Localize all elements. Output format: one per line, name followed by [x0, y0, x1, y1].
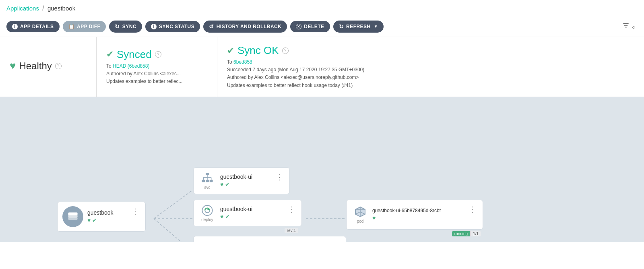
breadcrumb-current-app: guestbook	[47, 5, 75, 12]
synced-message: Updates examples to better reflec...	[106, 79, 182, 84]
svc-type-label: svc	[204, 185, 211, 190]
deploy-node-info: guestbook-ui ♥ ✔	[220, 206, 282, 220]
root-node-badges: ♥ ✔	[87, 217, 126, 223]
root-node-name: guestbook	[87, 209, 126, 216]
syncok-succeeded: Succeeded 7 days ago (Mon Aug 17 2020 19…	[227, 67, 364, 72]
svg-rect-9	[206, 180, 209, 182]
root-node-menu-button[interactable]: ⋮	[130, 206, 140, 217]
root-heart-icon: ♥	[87, 217, 91, 223]
svc-check-icon: ✔	[225, 181, 230, 188]
svc-node-menu-button[interactable]: ⋮	[274, 172, 285, 182]
toolbar: i APP DETAILS 📋 APP DIFF ↻ SYNC i SYNC S…	[0, 16, 644, 37]
svg-line-0	[154, 190, 193, 219]
sync-status-label: SYNC STATUS	[159, 24, 194, 29]
pod-type-label: pod	[357, 219, 364, 223]
pod-node-badges: ♥	[372, 215, 464, 221]
synced-help-icon[interactable]: ?	[155, 51, 161, 58]
pod-node-icon: pod	[351, 204, 369, 225]
delete-label: DELETE	[304, 24, 324, 29]
refresh-button[interactable]: ↻ REFRESH ▼	[333, 21, 384, 33]
svg-rect-10	[210, 180, 213, 182]
synced-status-section: ✔ Synced ? To HEAD (6bed858) Authored by…	[97, 37, 217, 97]
filter-funnel-icon	[202, 241, 211, 242]
root-node-icon	[62, 206, 83, 227]
deploy-rev-tag: rev:1	[285, 228, 298, 233]
root-node-info: guestbook ♥ ✔	[87, 209, 126, 223]
deploy-check-icon: ✔	[225, 213, 230, 220]
pod-heart-icon: ♥	[372, 215, 376, 221]
svc-node-badges: ♥ ✔	[220, 181, 270, 188]
syncok-author: Authored by Alex Collins <alexec@users.n…	[227, 74, 359, 80]
synced-label: ✔ Synced ?	[106, 48, 207, 61]
svc-node-info: guestbook-ui ♥ ✔	[220, 174, 270, 188]
healthy-label: ♥ Healthy ?	[10, 60, 87, 72]
syncok-to-label: To	[227, 59, 233, 65]
syncok-check-icon: ✔	[227, 46, 234, 56]
pod-node-info: guestbook-ui-65b878495d-8rcbt ♥	[372, 208, 464, 221]
svc-heart-icon: ♥	[220, 181, 223, 188]
syncok-help-icon[interactable]: ?	[282, 48, 289, 54]
svg-point-16	[202, 205, 212, 215]
deploy-node[interactable]: deploy guestbook-ui ♥ ✔ ⋮ rev:1	[193, 200, 302, 226]
healthy-help-icon[interactable]: ?	[55, 63, 62, 69]
syncok-message: Updates examples to better reflect hook …	[227, 83, 353, 88]
app-diff-label: APP DIFF	[77, 24, 100, 29]
pod-running-tag: running	[452, 231, 470, 236]
deploy-node-wrapper: deploy guestbook-ui ♥ ✔ ⋮ rev:1	[193, 200, 302, 226]
sync-icon: ↻	[115, 23, 120, 30]
deploy-node-icon: deploy	[198, 204, 216, 222]
breadcrumb-separator: /	[42, 4, 44, 12]
syncok-text: Sync OK	[237, 44, 279, 57]
deploy-node-name: guestbook-ui	[220, 206, 282, 212]
sync-status-button[interactable]: i SYNC STATUS	[145, 21, 200, 32]
sync-status-info-icon: i	[151, 24, 157, 29]
svc-node[interactable]: svc guestbook-ui ♥ ✔ ⋮	[193, 168, 290, 194]
hidden-resources-card[interactable]: show 2 hidden resources	[193, 236, 346, 242]
svc-node-name: guestbook-ui	[220, 174, 270, 180]
app-details-label: APP DETAILS	[20, 24, 54, 29]
pod-status-tags: running 1/1	[452, 231, 481, 236]
synced-to-label: To	[106, 63, 113, 69]
deploy-node-badges: ♥ ✔	[220, 213, 282, 220]
svg-rect-6	[69, 213, 77, 215]
svg-rect-5	[69, 215, 77, 217]
svg-rect-4	[69, 217, 77, 219]
svg-line-2	[154, 219, 193, 242]
delete-button[interactable]: ✕ DELETE	[290, 21, 330, 32]
synced-commit-link[interactable]: HEAD (6bed858)	[113, 63, 149, 69]
filter-icon	[622, 22, 630, 29]
app-details-button[interactable]: i APP DETAILS	[6, 21, 60, 32]
diff-icon: 📋	[68, 24, 74, 29]
synced-text: Synced	[117, 48, 152, 61]
refresh-icon: ↻	[339, 23, 344, 30]
sync-button[interactable]: ↻ SYNC	[109, 21, 142, 33]
refresh-caret-icon: ▼	[374, 24, 378, 29]
app-diff-button[interactable]: 📋 APP DIFF	[63, 21, 106, 32]
history-rollback-label: HISTORY AND ROLLBACK	[217, 24, 282, 29]
sync-label: SYNC	[122, 24, 136, 29]
filter-button[interactable]: ⬦	[621, 20, 638, 33]
syncok-commit-link[interactable]: 6bed858	[233, 59, 252, 65]
info-icon: i	[12, 24, 18, 29]
pod-ratio-tag: 1/1	[470, 231, 481, 236]
pod-node-menu-button[interactable]: ⋮	[467, 204, 478, 215]
svg-rect-8	[202, 180, 205, 182]
synced-check-icon: ✔	[106, 49, 114, 60]
syncok-status-section: ✔ Sync OK ? To 6bed858 Succeeded 7 days …	[217, 37, 644, 97]
status-bar: ♥ Healthy ? ✔ Synced ? To HEAD (6bed858)…	[0, 37, 644, 97]
deploy-type-label: deploy	[201, 217, 213, 222]
root-node[interactable]: guestbook ♥ ✔ ⋮	[57, 202, 146, 232]
syncok-detail: To 6bed858 Succeeded 7 days ago (Mon Aug…	[227, 58, 634, 89]
deploy-heart-icon: ♥	[220, 213, 223, 220]
breadcrumb: Applications / guestbook	[0, 0, 644, 16]
heart-icon: ♥	[10, 60, 16, 72]
healthy-status-section: ♥ Healthy ?	[0, 37, 97, 97]
synced-author: Authored by Alex Collins <alexec...	[106, 71, 181, 77]
breadcrumb-applications-link[interactable]: Applications	[6, 5, 39, 12]
pod-node[interactable]: pod guestbook-ui-65b878495d-8rcbt ♥ ⋮ ru…	[346, 200, 483, 230]
delete-icon: ✕	[296, 24, 301, 29]
history-rollback-button[interactable]: ↺ HISTORY AND ROLLBACK	[203, 21, 287, 33]
deploy-node-menu-button[interactable]: ⋮	[286, 204, 297, 215]
svc-node-icon: svc	[198, 172, 216, 190]
syncok-label: ✔ Sync OK ?	[227, 44, 634, 57]
